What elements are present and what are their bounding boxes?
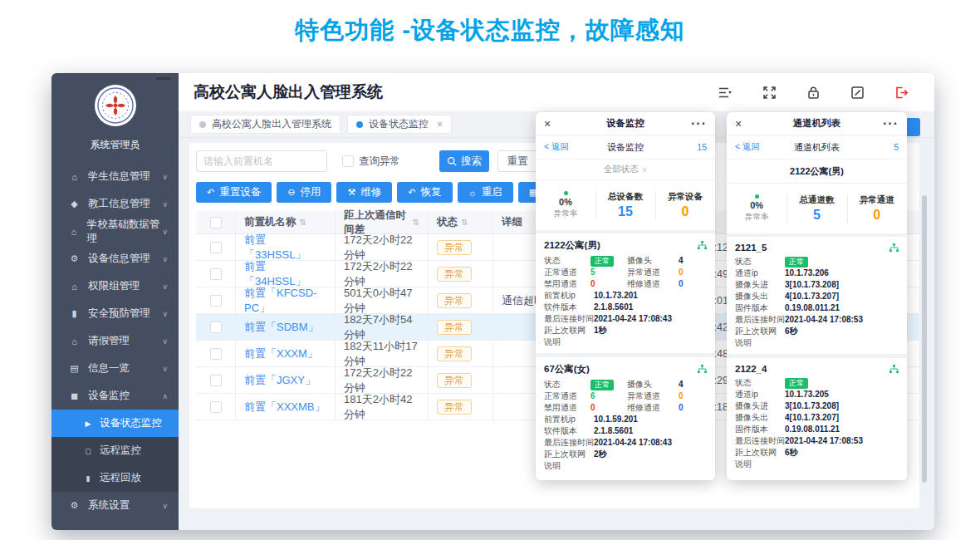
channel-card[interactable]: 2121_5 状态正常 通道ip10.1.73.206 摄像头进3[10.1.7… bbox=[727, 237, 907, 354]
sitemap-icon[interactable] bbox=[698, 241, 707, 250]
main-header: 高校公寓人脸出入管理系统 bbox=[179, 73, 934, 111]
search-button[interactable]: 搜索 bbox=[439, 150, 489, 172]
sidebar-item-school-basedata[interactable]: ⌂ 学校基础数据管理 ∨ bbox=[51, 218, 179, 245]
device-link[interactable]: 前置「SDBM」 bbox=[244, 320, 319, 335]
sidebar-item-label: 请假管理 bbox=[88, 334, 130, 348]
row-checkbox[interactable] bbox=[210, 322, 222, 333]
sort-icon[interactable]: ⇅ bbox=[300, 218, 306, 227]
vertical-scrollbar[interactable] bbox=[922, 195, 927, 483]
undo-icon: ↶ bbox=[207, 187, 214, 198]
sidebar-item-label: 学校基础数据管理 bbox=[87, 218, 163, 246]
checkbox-icon[interactable] bbox=[342, 155, 354, 167]
device-card[interactable]: 67公寓(女) 状态正常摄像头4 正常通道6异常通道0 禁用通道0维修通道0 前… bbox=[536, 353, 715, 477]
tools-icon: ⚒ bbox=[347, 187, 355, 198]
list-menu-icon[interactable] bbox=[718, 85, 733, 101]
column-header: 详细 bbox=[502, 215, 522, 229]
device-count: 15 bbox=[664, 142, 707, 152]
column-header: 前置机名称 bbox=[244, 215, 296, 229]
chevron-up-icon: ∧ bbox=[162, 392, 168, 400]
sidebar-item-label: 远程回放 bbox=[100, 471, 141, 485]
chevron-down-icon: ∨ bbox=[162, 310, 168, 318]
status-badge: 异常 bbox=[437, 400, 472, 415]
search-input[interactable] bbox=[196, 150, 327, 172]
bookmark-icon: ▮ bbox=[68, 308, 81, 319]
sort-icon[interactable]: ⇅ bbox=[413, 218, 419, 227]
reset-button[interactable]: 重置 bbox=[497, 150, 537, 172]
sidebar-item-student-info[interactable]: ⌂ 学生信息管理 ∨ bbox=[51, 163, 179, 190]
query-abnormal-checkbox[interactable]: 查询异常 bbox=[342, 155, 400, 169]
more-icon[interactable]: ··· bbox=[880, 116, 899, 131]
edit-icon[interactable] bbox=[850, 85, 865, 101]
sidebar-item-staff-info[interactable]: ◆ 教工信息管理 ∨ bbox=[51, 190, 179, 218]
partially-hidden-button[interactable] bbox=[905, 118, 920, 136]
sidebar-collapse-handle[interactable] bbox=[156, 77, 171, 80]
row-checkbox[interactable] bbox=[210, 375, 222, 386]
row-checkbox[interactable] bbox=[210, 401, 222, 413]
back-button[interactable]: < 返回 bbox=[544, 141, 587, 153]
lock-icon[interactable] bbox=[806, 85, 821, 101]
back-button[interactable]: < 返回 bbox=[735, 141, 778, 153]
row-checkbox[interactable] bbox=[210, 348, 222, 360]
sidebar-item-label: 学生信息管理 bbox=[88, 169, 150, 184]
restore-button[interactable]: ↶ 恢复 bbox=[397, 182, 452, 203]
home-icon: ⌂ bbox=[68, 227, 80, 237]
device-link[interactable]: 前置「KFCSD-PC」 bbox=[244, 286, 326, 316]
channel-list-panel: × 通道机列表 ··· < 返回 通道机列表 5 2122公寓(男) 0% 异常… bbox=[727, 112, 907, 480]
status-badge: 正常 bbox=[590, 380, 614, 390]
sidebar-item-device-status-monitoring[interactable]: ▶ 设备状态监控 bbox=[51, 410, 179, 437]
logout-icon[interactable] bbox=[894, 85, 909, 101]
search-icon bbox=[447, 156, 457, 166]
reset-device-button[interactable]: ↶ 重置设备 bbox=[196, 182, 272, 203]
row-checkbox[interactable] bbox=[210, 268, 222, 280]
home-icon: ⌂ bbox=[68, 336, 81, 346]
sidebar-item-permission-group[interactable]: ⌂ 权限组管理 ∨ bbox=[51, 272, 179, 300]
tab-close-icon[interactable]: × bbox=[437, 119, 443, 130]
tab-device-status-monitoring[interactable]: 设备状态监控 × bbox=[347, 115, 452, 134]
device-link[interactable]: 前置「XXXM」 bbox=[244, 346, 318, 361]
restart-button[interactable]: ☼ 重启 bbox=[458, 182, 513, 203]
sidebar-item-info-overview[interactable]: ▤ 信息一览 ∨ bbox=[51, 355, 179, 382]
repair-button[interactable]: ⚒ 维修 bbox=[336, 182, 392, 203]
sitemap-icon[interactable] bbox=[889, 365, 899, 374]
device-card[interactable]: 2122公寓(男) 状态正常摄像头4 正常通道5异常通道0 禁用通道0维修通道0… bbox=[536, 233, 715, 353]
device-link[interactable]: 前置「33HSSL」 bbox=[244, 233, 326, 263]
sidebar-item-label: 安全预防管理 bbox=[88, 307, 150, 321]
disable-button[interactable]: ⊖ 停用 bbox=[277, 182, 331, 203]
panel-titlebar: × 设备监控 ··· bbox=[536, 112, 715, 135]
status-filter-dropdown[interactable]: 全部状态 ∨ bbox=[536, 160, 715, 180]
sidebar-item-safety-prevention[interactable]: ▮ 安全预防管理 ∨ bbox=[51, 300, 179, 327]
sidebar-item-remote-monitoring[interactable]: ◻ 远程监控 bbox=[51, 437, 179, 464]
more-icon[interactable]: ··· bbox=[688, 116, 707, 131]
play-icon: ▶ bbox=[82, 420, 94, 428]
select-all-checkbox[interactable] bbox=[210, 217, 222, 228]
tab-label: 设备状态监控 bbox=[369, 117, 429, 131]
chevron-down-icon: ∨ bbox=[642, 165, 648, 174]
fullscreen-icon[interactable] bbox=[762, 85, 777, 101]
channel-card[interactable]: 2122_4 状态正常 通道ip10.1.73.205 摄像头进3[10.1.7… bbox=[727, 354, 907, 475]
sidebar-item-system-settings[interactable]: ⚙ 系统设置 ∨ bbox=[51, 492, 179, 519]
row-checkbox[interactable] bbox=[210, 295, 222, 307]
page-title: 特色功能 -设备状态监控，故障感知 bbox=[0, 14, 980, 47]
device-link[interactable]: 前置「XXXMB」 bbox=[244, 400, 326, 415]
selected-device-label: 2122公寓(男) bbox=[727, 160, 907, 184]
sidebar-item-leave-management[interactable]: ⌂ 请假管理 ∨ bbox=[51, 327, 179, 355]
device-link[interactable]: 前置「JGXY」 bbox=[244, 373, 316, 388]
device-link[interactable]: 前置「34HSSL」 bbox=[244, 259, 326, 289]
logo bbox=[51, 84, 179, 127]
close-icon[interactable]: × bbox=[544, 117, 562, 130]
sidebar-item-remote-playback[interactable]: ▮ 远程回放 bbox=[51, 464, 179, 492]
monitor-icon: ◻ bbox=[82, 447, 94, 455]
abnormal-rate-stat: 0% 异常率 bbox=[727, 184, 786, 233]
sort-icon[interactable]: ⇅ bbox=[461, 218, 468, 227]
sidebar-item-device-monitoring[interactable]: ◼ 设备监控 ∧ bbox=[51, 382, 179, 410]
sitemap-icon[interactable] bbox=[698, 365, 707, 374]
green-dot-icon bbox=[564, 191, 568, 195]
row-checkbox[interactable] bbox=[210, 242, 222, 253]
close-icon[interactable]: × bbox=[735, 117, 753, 130]
tab-home[interactable]: 高校公寓人脸出入管理系统 bbox=[190, 115, 341, 134]
sitemap-icon[interactable] bbox=[889, 243, 899, 253]
status-badge: 异常 bbox=[437, 267, 472, 282]
channel-name: 2121_5 bbox=[735, 243, 889, 253]
sidebar-item-device-info[interactable]: ⚙ 设备信息管理 ∨ bbox=[51, 245, 179, 272]
minus-circle-icon: ⊖ bbox=[287, 187, 295, 198]
